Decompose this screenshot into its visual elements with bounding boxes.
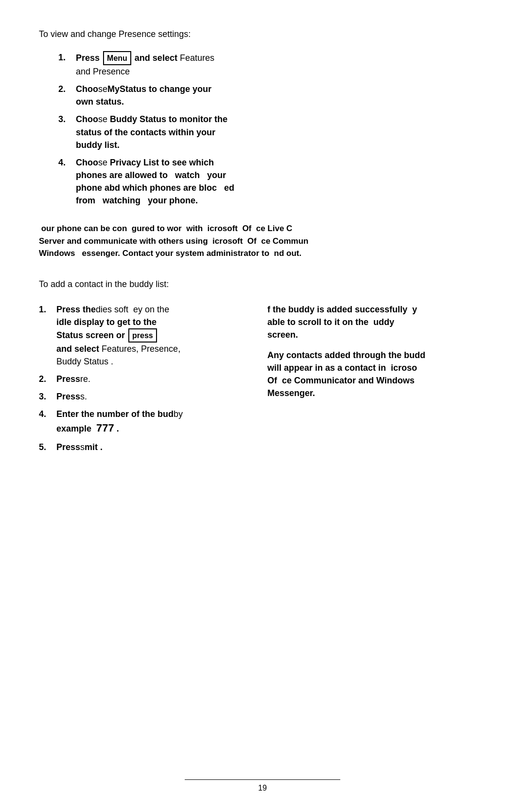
buddy-left-column: 1. Press thedies soft ey on the idle dis… — [39, 303, 262, 459]
intro-presence: To view and change Presence settings: — [39, 29, 486, 39]
buddy-steps-area: 1. Press thedies soft ey on the idle dis… — [39, 303, 486, 459]
buddy-step-num-1: 1. — [39, 303, 54, 316]
step-4-privacy: se — [98, 158, 107, 167]
step-num-1: 1. — [58, 51, 74, 64]
buddy-step-2-press: Press — [56, 374, 80, 384]
step-1-and-select: and select — [135, 53, 180, 63]
buddy-left-list: 1. Press thedies soft ey on the idle dis… — [39, 303, 253, 454]
buddy-step-1-content: Press thedies soft ey on the idle displa… — [56, 303, 180, 368]
step-4-content: Choose Privacy List to see whichphones a… — [76, 156, 486, 207]
buddy-step-1: 1. Press thedies soft ey on the idle dis… — [39, 303, 253, 368]
buddy-step-2-content: Pressre. — [56, 373, 90, 385]
step-num-4: 4. — [58, 156, 74, 169]
buddy-step-4: 4. Enter the number of the budby example… — [39, 408, 253, 436]
step-1-press: Press — [76, 53, 100, 63]
buddy-step-1-dies: dies soft ey on the — [96, 305, 169, 314]
step-2-mystatus: se — [98, 84, 107, 94]
footer-line — [185, 779, 340, 780]
step-num-3: 3. — [58, 113, 74, 126]
intro-buddy: To add a contact in the buddy list: — [39, 279, 486, 289]
step-4-choose: Choo — [76, 158, 98, 167]
buddy-step-4-content: Enter the number of the budby example 77… — [56, 408, 183, 436]
step-3-buddy: se — [98, 114, 107, 124]
buddy-step-3-press: Press — [56, 392, 80, 401]
step-2-choose: Choo — [76, 84, 98, 94]
buddy-step-3-s: s. — [80, 392, 87, 401]
menu-button: Menu — [103, 51, 131, 65]
buddy-right-text-1: f the buddy is added successfully y able… — [267, 303, 486, 341]
buddy-step-5-content: Presssmit . — [56, 441, 103, 453]
buddy-step-4-enter: Enter the number of the bud — [56, 409, 174, 419]
buddy-step-3: 3. Presss. — [39, 390, 253, 403]
buddy-right-text-2: Any contacts added through the budd will… — [267, 349, 486, 399]
page-content: To view and change Presence settings: 1.… — [39, 29, 486, 458]
buddy-step-num-3: 3. — [39, 390, 54, 403]
buddy-step-num-5: 5. — [39, 441, 54, 453]
buddy-step-5-press: Press — [56, 442, 80, 452]
buddy-step-5-s: s — [80, 442, 85, 452]
buddy-step-4-example: example 777 . — [56, 424, 119, 433]
note-block: our phone can be con gured to wor with i… — [39, 222, 486, 260]
step-num-2: 2. — [58, 83, 74, 95]
presence-steps-list: 1. Press Menu and select Featuresand Pre… — [58, 51, 486, 207]
footer: 19 — [0, 779, 525, 793]
note-text: our phone can be con gured to wor with i… — [39, 224, 309, 258]
buddy-step-5-mit: mit . — [85, 442, 103, 452]
buddy-step-4-by: by — [174, 409, 183, 419]
buddy-step-1-select: and select — [56, 344, 102, 354]
buddy-step-2-re: re. — [80, 374, 90, 384]
buddy-step-1-press: Press the — [56, 305, 96, 314]
presence-step-1: 1. Press Menu and select Featuresand Pre… — [58, 51, 486, 78]
step-3-choose: Choo — [76, 114, 98, 124]
press-button: press — [128, 328, 157, 343]
buddy-step-num-4: 4. — [39, 408, 54, 420]
buddy-step-5: 5. Presssmit . — [39, 441, 253, 453]
buddy-step-2: 2. Pressre. — [39, 373, 253, 385]
buddy-step-3-content: Presss. — [56, 390, 87, 403]
presence-step-4: 4. Choose Privacy List to see whichphone… — [58, 156, 486, 207]
buddy-step-num-2: 2. — [39, 373, 54, 385]
presence-step-2: 2. ChooseMyStatus to change yourown stat… — [58, 83, 486, 108]
step-2-content: ChooseMyStatus to change yourown status. — [76, 83, 486, 108]
page-number: 19 — [258, 784, 267, 792]
buddy-right-column: f the buddy is added successfully y able… — [262, 303, 486, 459]
step-3-content: Choose Buddy Status to monitor thestatus… — [76, 113, 486, 151]
presence-step-3: 3. Choose Buddy Status to monitor thesta… — [58, 113, 486, 151]
step-1-content: Press Menu and select Featuresand Presen… — [76, 51, 486, 78]
